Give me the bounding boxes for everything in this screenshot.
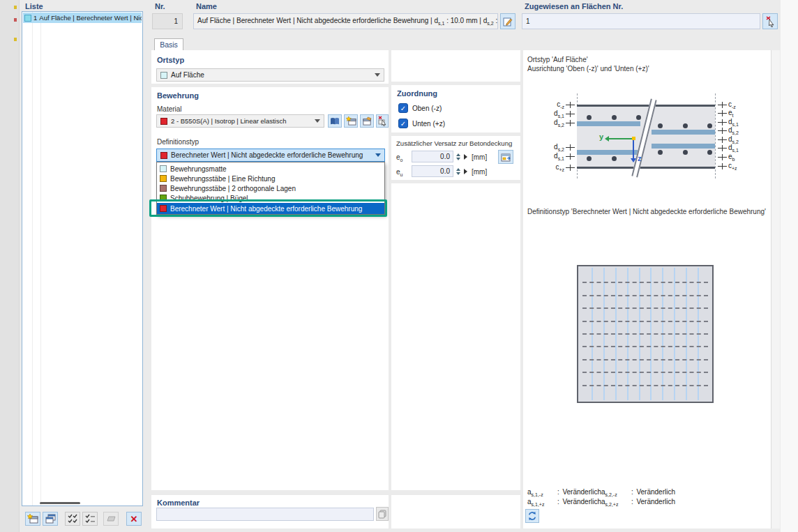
delete-x-icon: ✕ — [130, 515, 138, 524]
pick-pointer-x-icon — [765, 16, 776, 27]
chevron-down-icon — [375, 73, 380, 77]
material-combobox[interactable]: 2 - B550S(A) | Isotrop | Linear elastisc… — [156, 114, 324, 128]
zuordnung-title: Zuordnung — [397, 89, 437, 98]
liste-title: Liste — [25, 2, 43, 10]
eu-input[interactable]: 0.0 — [412, 165, 453, 177]
list-item[interactable]: 1 Auf Fläche | Berechneter Wert | Nich — [23, 13, 142, 23]
list-column-divider — [32, 12, 33, 506]
new-item-button[interactable] — [25, 512, 40, 526]
dim-label: ds,2 — [718, 127, 739, 134]
dimension-tick — [718, 163, 727, 169]
eo-input[interactable]: 0.0 — [412, 151, 453, 162]
dimension-tick — [566, 102, 575, 108]
bewehrung-title: Bewehrung — [157, 91, 199, 100]
select-all-button[interactable] — [65, 512, 80, 526]
dropdown-option[interactable]: Bewehrungsstäbe | 2 orthogonale Lagen — [157, 183, 384, 193]
pick-surfaces-button[interactable] — [762, 13, 778, 29]
material-unlink-button[interactable] — [376, 114, 389, 128]
assigned-input[interactable] — [522, 13, 760, 29]
edit-window-icon — [362, 116, 372, 126]
dimension-tick — [566, 144, 575, 151]
checkbox-checked-icon[interactable] — [398, 103, 408, 113]
check-none-icon — [85, 514, 96, 524]
material-edit-button[interactable] — [360, 114, 374, 128]
versatz-transfer-button[interactable] — [498, 150, 513, 164]
eraser-button[interactable] — [103, 512, 119, 526]
checkbox-checked-icon[interactable] — [398, 119, 408, 128]
material-label: Material — [157, 105, 182, 113]
edge-mark — [14, 6, 17, 9]
chevron-down-icon — [315, 119, 320, 123]
ortstyp-combobox[interactable]: Auf Fläche — [156, 68, 384, 82]
name-input[interactable]: Auf Fläche | Berechneter Wert | Nicht ab… — [193, 13, 498, 29]
dimension-tick — [566, 153, 575, 160]
option-color-icon — [160, 195, 167, 202]
delete-item-button[interactable]: ✕ — [126, 512, 142, 526]
option-color-icon — [160, 165, 167, 172]
info-line1: Ortstyp 'Auf Fläche' — [527, 56, 588, 63]
reinforcement-band — [652, 130, 715, 135]
eo-expand-icon[interactable] — [464, 154, 467, 160]
dim-label: c+z — [525, 164, 575, 171]
left-edge-strip — [0, 0, 20, 532]
material-color-icon — [160, 118, 167, 125]
copy-item-button[interactable] — [43, 512, 58, 526]
edge-mark — [14, 38, 17, 41]
edge-mark — [14, 18, 17, 22]
eo-spinner[interactable] — [455, 151, 461, 162]
eu-unit: [mm] — [472, 168, 487, 176]
dim-label: ds,1 — [718, 144, 739, 151]
slab-cross-section-diagram: y z — [577, 105, 715, 169]
name-label: Name — [196, 2, 217, 10]
reinforcement-band — [577, 150, 640, 155]
dropdown-option[interactable]: Schubbewehrung | Bügel — [157, 193, 384, 203]
dimension-tick — [718, 145, 727, 151]
dropdown-option[interactable]: Bewehrungsmatte — [157, 164, 384, 174]
eu-expand-icon[interactable] — [464, 169, 467, 174]
edit-name-button[interactable] — [500, 13, 515, 29]
material-value: 2 - B550S(A) | Isotrop | Linear elastisc… — [171, 117, 286, 125]
definitionstyp-label: Definitionstyp — [157, 138, 199, 146]
dim-label: ds,2 — [525, 144, 575, 151]
bewehrung-dialog: Liste 1 Auf Fläche | Berechneter Wert | … — [0, 0, 798, 532]
kommentar-input-value[interactable] — [160, 510, 370, 518]
definition-info-line: Definitionstyp 'Berechneter Wert | Nicht… — [527, 208, 766, 215]
library-book-icon — [330, 117, 340, 126]
new-window-icon — [27, 514, 38, 524]
checkbox-row-oben[interactable]: Oben (-z) — [398, 103, 442, 113]
dim-label: ds,1 — [525, 153, 575, 160]
rebar-dots-row — [658, 150, 712, 155]
list-item-nr: 1 — [33, 14, 37, 22]
assigned-input-value[interactable] — [526, 17, 756, 25]
ortstyp-value: Auf Fläche — [171, 71, 204, 79]
z-axis-arrow — [633, 139, 634, 158]
vertical-scrollbar[interactable] — [771, 50, 780, 529]
checkbox-row-unten[interactable]: Unten (+z) — [398, 119, 445, 128]
right-margin — [781, 0, 798, 532]
dropdown-option-selected[interactable]: Berechneter Wert | Nicht abgedeckte erfo… — [157, 203, 384, 214]
panel-resize-handle[interactable] — [40, 502, 80, 504]
definitionstyp-value: Berechneter Wert | Nicht abgedeckte erfo… — [171, 151, 363, 159]
deselect-all-button[interactable] — [82, 512, 98, 526]
option-color-icon — [160, 175, 167, 182]
tab-basis[interactable]: Basis — [154, 38, 183, 51]
eu-spinner[interactable] — [455, 165, 461, 177]
rebar-dots-row — [587, 115, 641, 120]
transfer-settings-icon — [501, 153, 511, 162]
material-library-button[interactable] — [328, 114, 342, 128]
dimension-tick — [718, 128, 727, 134]
result-item: as,1,-z:Veränderlich — [527, 488, 601, 497]
option-color-icon — [160, 185, 167, 192]
refresh-results-button[interactable] — [525, 509, 539, 523]
list-item-label: Auf Fläche | Berechneter Wert | Nich — [39, 14, 142, 22]
unlink-pointer-icon — [377, 116, 387, 126]
middle-spacer-panel — [391, 50, 520, 82]
dimension-tick — [566, 111, 575, 117]
material-new-button[interactable] — [344, 114, 358, 128]
kommentar-templates-button[interactable] — [376, 507, 389, 521]
liste-listbox[interactable]: 1 Auf Fläche | Berechneter Wert | Nich — [22, 11, 143, 506]
dropdown-option[interactable]: Bewehrungsstäbe | Eine Richtung — [157, 174, 384, 183]
kommentar-input[interactable] — [156, 508, 374, 521]
definitionstyp-combobox[interactable]: Berechneter Wert | Nicht abgedeckte erfo… — [156, 149, 385, 162]
eraser-icon — [106, 515, 116, 522]
